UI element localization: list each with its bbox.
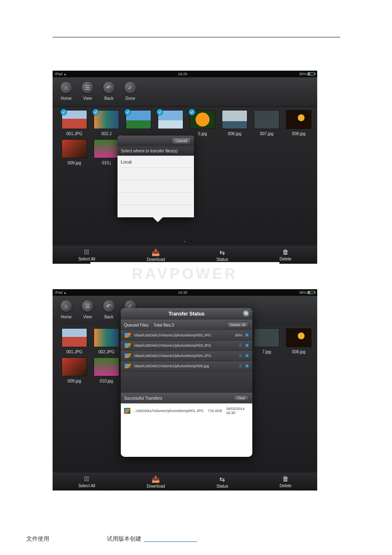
download-button[interactable]: 📥Download [147,249,165,262]
selectall-icon: ✓⃝ [84,249,89,256]
queued-list: /data/UsbDisk1/Volume1/photos/temp/002.J… [121,330,252,393]
transfer-destination-popover: Cancel Select where to transfer files(s)… [118,136,194,217]
check-icon: ✓ [124,81,136,94]
footer-mid: 试用版本创建 [107,535,141,543]
file-label: 006.jpg [228,131,242,136]
toolbar-back-label: Back [104,96,113,101]
toolbar-view[interactable]: ☰ View [81,81,94,101]
file-label: 009.jpg [68,161,81,165]
status-icon: ⇆ [219,249,225,256]
footer-blank-line [144,536,197,542]
wifi-icon: ▴ [64,290,66,295]
cancel-icon[interactable]: ✖ [245,353,249,359]
download-label: Download [147,257,165,262]
popover-prompt: Select where to transfer files(s) [118,146,194,156]
statusbar: iPad ▴ 16:30 36% [53,289,317,296]
file-item[interactable]: 010.j [92,139,121,165]
file-item[interactable]: 007.jpg [252,110,281,136]
file-item[interactable]: 008.jpg [284,110,313,136]
delete-button[interactable]: 🗑Delete [279,249,291,261]
success-path: ...UsbDisk1/Volume1/photos/temp/001.JPG [133,409,204,413]
file-label: 002.J [101,131,111,136]
statusbar: iPad ▴ 16:29 36% [53,71,317,77]
cancel-icon[interactable]: ✖ [245,343,249,348]
queued-row: /data/UsbDisk1/Volume1/photos/temp/002.J… [121,330,252,341]
toolbar-done-label: Done [125,96,135,101]
queued-row: /data/UsbDisk1/Volume1/photos/temp/004.J… [121,351,252,361]
file-item[interactable]: 001.JPG [60,328,89,354]
file-item[interactable]: ✓5.jpg [188,110,217,136]
close-button[interactable]: ✕ [242,310,250,317]
file-label: 008.jpg [292,131,306,136]
cancel-button[interactable]: Cancel [172,138,191,144]
top-toolbar: ⌂ Home ☰ View ↶ Back ✓ Done [53,77,317,107]
toolbar-home[interactable]: ⌂Home [60,300,72,319]
toolbar-back-label: Back [104,315,113,319]
divider-top [53,37,340,37]
download-arrow-icon: ⇩ [238,363,242,369]
status-label: Status [217,484,228,488]
toolbar-view-label: View [83,96,92,101]
status-label: Status [217,257,228,262]
file-item[interactable]: 009.jpg [60,357,89,383]
download-icon: 📥 [152,475,160,483]
file-item[interactable]: ✓ [124,110,153,136]
download-button[interactable]: 📥Download [147,475,165,488]
cancel-icon[interactable]: ✖ [245,363,249,369]
successful-header: Successful Transfers Clear [121,393,252,403]
delete-button[interactable]: 🗑Delete [279,475,291,488]
file-label: 001.JPG [67,350,83,354]
delete-all-button[interactable]: Delete All [226,322,249,328]
watermark-text: RAVPOWER [90,262,279,283]
clear-button[interactable]: Clear [233,395,249,401]
popover-option-empty: . [118,168,194,180]
select-all-button[interactable]: ✓⃝Select All [78,475,95,488]
file-label: 5.jpg [198,131,207,136]
file-item[interactable]: ✓001.JPG [60,110,89,136]
toolbar-back[interactable]: ↶Back [103,300,115,319]
select-all-label: Select All [78,484,95,488]
queued-path: /data/UsbDisk1/Volume1/photos/temp/005.j… [134,364,209,368]
select-all-button[interactable]: ✓⃝Select All [78,249,95,261]
queued-path: /data/UsbDisk1/Volume1/photos/temp/003.J… [134,343,211,348]
queued-label: Queued Files [124,323,148,327]
home-icon: ⌂ [60,300,72,312]
check-icon: ✓ [125,109,131,115]
popover-option-local[interactable]: Local [118,156,194,168]
screenshot-2: iPad ▴ 16:30 36% ⌂Home ☰View ↶Back ✓Done… [53,289,317,491]
wifi-icon: ▴ [64,72,66,76]
status-button[interactable]: ⇆Status [217,475,228,488]
file-item[interactable]: 7.jpg [252,328,281,354]
device-label: iPad [55,290,62,295]
toolbar-home[interactable]: ⌂ Home [60,81,72,101]
status-button[interactable]: ⇆Status [217,249,228,262]
file-item[interactable]: ✓ [156,110,185,136]
file-item[interactable]: ✓002.J [92,110,121,136]
footer-left: 文件使用 [26,535,49,543]
file-label: 002.JPG [99,350,115,354]
file-label: 009.jpg [68,379,81,383]
file-label: 010.jpg [100,379,113,383]
toolbar-done[interactable]: ✓ Done [124,81,136,101]
battery-pct: 36% [299,290,307,295]
file-item[interactable]: 009.jpg [60,139,89,165]
queued-row: /data/UsbDisk1/Volume1/photos/temp/005.j… [121,361,252,371]
page-footer: 文件使用 试用版本创建 [26,535,366,543]
file-label: 007.jpg [260,131,274,136]
selectall-icon: ✓⃝ [84,475,89,483]
queued-path: /data/UsbDisk1/Volume1/photos/temp/002.J… [134,333,211,337]
file-item[interactable]: 002.JPG [92,328,121,354]
file-item[interactable]: 010.jpg [92,357,121,383]
check-icon: ✓ [92,109,99,115]
check-icon: ✓ [157,109,163,115]
toolbar-view[interactable]: ☰View [81,300,94,319]
file-item[interactable]: 006.jpg [220,110,249,136]
device-label: iPad [55,72,62,76]
bottom-toolbar: ✓⃝Select All 📥Download ⇆Status 🗑Delete [53,472,317,491]
file-item[interactable]: 008.jpg [284,328,313,354]
toolbar-back[interactable]: ↶ Back [103,81,115,101]
cancel-icon[interactable]: ✖ [245,332,249,338]
trash-icon: 🗑 [282,475,289,483]
home-icon: ⌂ [60,81,72,94]
success-row: ...UsbDisk1/Volume1/photos/temp/001.JPG … [124,407,249,415]
